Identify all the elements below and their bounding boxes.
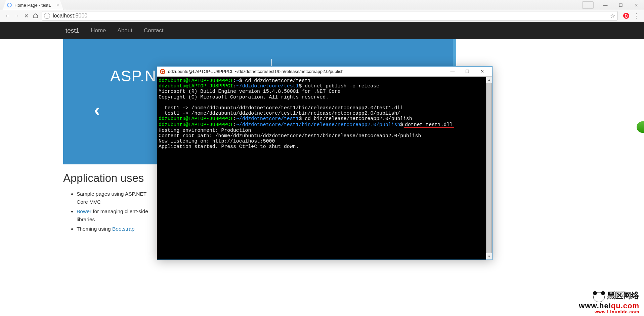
carousel-prev-button[interactable]: ‹ [94, 100, 100, 120]
page-viewport: test1 Home About Contact ASP.NE ‹ Applic… [0, 22, 644, 316]
side-badge-icon[interactable] [637, 121, 644, 133]
window-minimize-button[interactable]: — [598, 0, 613, 10]
terminal-body[interactable]: ddzubuntu@LAPTOP-JU8PPPCI:~$ cd ddzdotne… [157, 77, 486, 260]
nav-link-about[interactable]: About [118, 27, 132, 34]
new-tab-button[interactable] [65, 0, 74, 10]
panda-icon [593, 292, 605, 302]
address-port: :5000 [74, 13, 87, 19]
terminal-minimize-button[interactable]: — [445, 69, 460, 74]
link-bootstrap[interactable]: Bootstrap [112, 226, 134, 232]
terminal-titlebar[interactable]: ddzubuntu@LAPTOP-JU8PPPCI: ~/ddzdotnetco… [157, 67, 492, 77]
toolbar-right: ⋮ [619, 12, 641, 19]
window-maximize-button[interactable]: ☐ [613, 0, 629, 10]
terminal-maximize-button[interactable]: ☐ [460, 69, 475, 74]
address-bar[interactable]: i localhost :5000 ☆ [42, 11, 618, 21]
nav-back-button[interactable]: ← [3, 11, 12, 21]
site-watermark: 黑区网络 www.heiqu.com www.Linuxidc.com [579, 291, 639, 314]
list-item: Theming using Bootstrap [77, 225, 157, 233]
browser-window-controls: — ☐ ✕ [582, 0, 644, 10]
navbar-brand[interactable]: test1 [66, 27, 79, 34]
terminal-scrollbar[interactable]: ▲ ▼ [486, 77, 492, 260]
watermark-url: www.heiqu.com [579, 302, 639, 310]
watermark-extra: www.Linuxidc.com [579, 310, 639, 314]
browser-tab[interactable]: Home Page - test1 × [3, 0, 63, 10]
list-item: Sample pages using ASP.NET Core MVC [77, 190, 157, 206]
terminal-title: ddzubuntu@LAPTOP-JU8PPPCI: ~/ddzdotnetco… [168, 69, 445, 74]
highlighted-command: dotnet test1.dll [404, 122, 454, 128]
nav-link-home[interactable]: Home [91, 27, 106, 34]
terminal-window: ddzubuntu@LAPTOP-JU8PPPCI: ~/ddzdotnetco… [157, 66, 492, 260]
nav-home-button[interactable] [31, 11, 40, 21]
watermark-cn: 黑区网络 [607, 291, 639, 300]
home-icon [33, 13, 38, 18]
bookmark-star-icon[interactable]: ☆ [610, 12, 615, 19]
address-host: localhost [53, 13, 74, 19]
nav-link-contact[interactable]: Contact [144, 27, 164, 34]
browser-menu-button[interactable]: ⋮ [633, 12, 639, 19]
opera-extension-icon[interactable] [623, 13, 629, 19]
browser-toolbar: ← → ✕ i localhost :5000 ☆ ⋮ [0, 10, 644, 22]
terminal-close-button[interactable]: ✕ [475, 69, 489, 74]
ubuntu-icon [160, 69, 165, 74]
nav-forward-button[interactable]: → [12, 11, 22, 21]
site-info-icon[interactable]: i [44, 13, 50, 19]
scroll-thumb[interactable] [486, 83, 492, 253]
window-close-button[interactable]: ✕ [629, 0, 644, 10]
profile-avatar-icon[interactable] [582, 1, 594, 9]
site-navbar: test1 Home About Contact [0, 22, 644, 39]
link-bower[interactable]: Bower [77, 208, 91, 214]
scroll-up-icon[interactable]: ▲ [486, 77, 492, 83]
tab-close-icon[interactable]: × [56, 2, 59, 8]
nav-stop-button[interactable]: ✕ [22, 11, 31, 21]
browser-tab-strip: Home Page - test1 × — ☐ ✕ [0, 0, 644, 10]
scroll-down-icon[interactable]: ▼ [486, 253, 492, 260]
list-item: Bower for managing client-side libraries [77, 207, 157, 224]
tab-favicon-icon [7, 3, 12, 7]
tab-title: Home Page - test1 [14, 3, 51, 8]
